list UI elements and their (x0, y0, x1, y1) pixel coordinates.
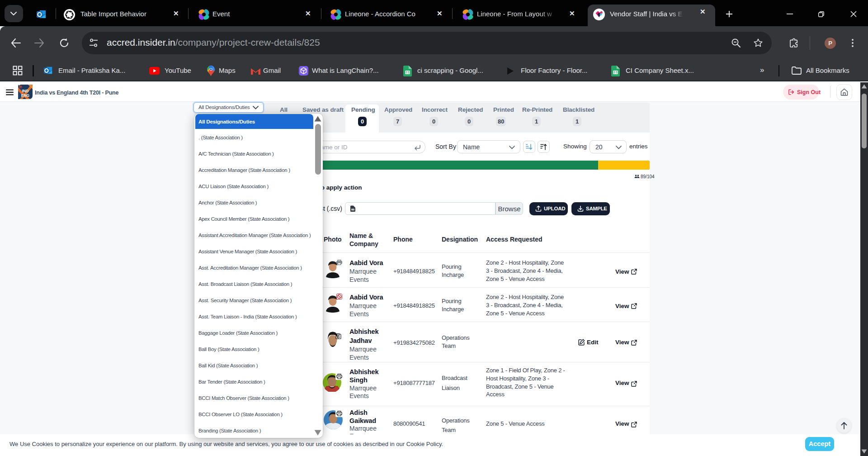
svg-text:ENG: ENG (21, 93, 30, 98)
svg-text:CSV: CSV (351, 209, 355, 210)
svg-text:IND: IND (22, 89, 29, 93)
